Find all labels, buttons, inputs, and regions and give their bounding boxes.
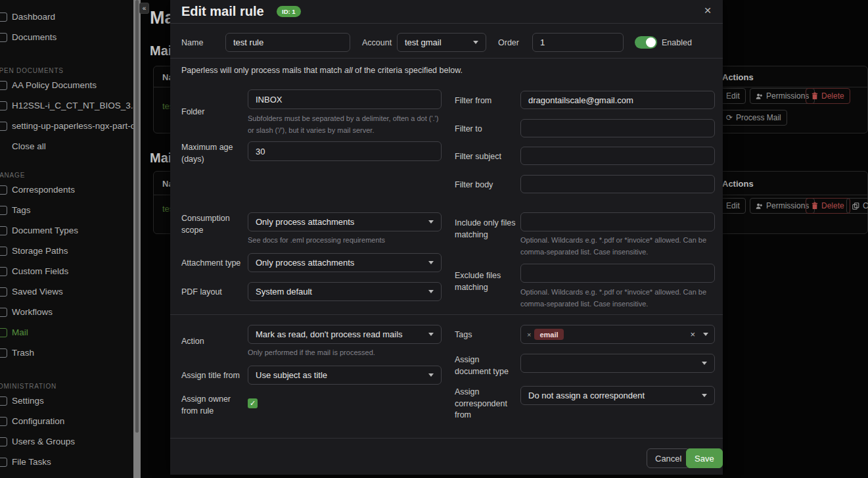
consumption-scope-help: See docs for .eml processing requirement… [248, 234, 445, 246]
chevron-down-icon [428, 220, 434, 224]
exclude-files-label: Exclude files matching [455, 270, 517, 293]
pdf-layout-select[interactable]: System default [248, 282, 442, 301]
actions-column-header: Actions [722, 72, 754, 82]
sidebar-item-close-all[interactable]: Close all [0, 136, 133, 156]
assign-doc-type-select[interactable] [520, 354, 715, 373]
name-label: Name [181, 37, 203, 49]
sidebar-item-open-doc-3[interactable]: setting-up-paperless-ngx-part-one [0, 116, 133, 136]
document-icon [0, 122, 7, 131]
tags-clear-icon[interactable]: × [690, 329, 695, 339]
sidebar-item-documents[interactable]: Documents [0, 27, 133, 47]
sidebar-item-tags[interactable]: Tags [0, 200, 133, 220]
copy-button[interactable]: Copy [846, 198, 868, 214]
account-select[interactable]: test gmail [397, 33, 486, 52]
check-icon: ✓ [250, 399, 256, 408]
saved-views-icon [0, 287, 7, 297]
sidebar-item-label: Tags [12, 205, 31, 215]
chevron-down-icon [428, 333, 434, 336]
filter-to-label: Filter to [455, 124, 515, 135]
mail-icon [0, 328, 7, 337]
sidebar-item-workflows[interactable]: Workflows [0, 302, 133, 322]
close-icon[interactable]: × [698, 1, 717, 20]
max-age-input[interactable] [248, 141, 442, 161]
document-type-icon [0, 226, 7, 235]
sidebar-item-label: Workflows [12, 307, 53, 317]
refresh-icon: ⟳ [726, 113, 733, 122]
sidebar-item-correspondents[interactable]: Correspondents [0, 179, 133, 200]
assign-title-from-value: Use subject as title [256, 370, 327, 380]
copy-icon [852, 203, 859, 210]
enabled-toggle[interactable] [635, 36, 657, 49]
document-icon [0, 101, 7, 110]
sidebar-item-open-doc-1[interactable]: AA Policy Documents [0, 75, 133, 95]
gear-icon [0, 396, 7, 406]
workflows-icon [0, 308, 7, 317]
name-input[interactable] [225, 33, 350, 52]
chevron-down-icon[interactable] [703, 333, 708, 336]
sidebar-item-label: setting-up-paperless-ngx-part-one [12, 121, 133, 131]
rule-id-badge: ID: 1 [277, 6, 301, 17]
sidebar-item-open-doc-2[interactable]: H12SSL-i_C_CT_NT_BIOS_3.3_rele... [0, 95, 133, 116]
tag-remove-icon[interactable]: × [527, 331, 531, 339]
trash-icon [811, 92, 818, 100]
person-icon [0, 185, 7, 195]
sidebar-item-document-types[interactable]: Document Types [0, 220, 133, 241]
filter-to-input[interactable] [520, 119, 715, 137]
sidebar-collapse-button[interactable]: « [139, 3, 149, 14]
max-age-label: Maximum age (days) [181, 142, 234, 165]
tag-pill-email: email [534, 329, 563, 340]
assign-title-from-label: Assign title from [181, 370, 247, 382]
folder-icon [0, 247, 7, 256]
sidebar-item-label: H12SSL-i_C_CT_NT_BIOS_3.3_rele... [12, 101, 133, 110]
trash-icon [0, 348, 7, 358]
sidebar-item-label: Settings [12, 396, 44, 406]
action-select[interactable]: Mark as read, don't process read mails [248, 325, 442, 344]
documents-icon [0, 33, 7, 42]
filter-subject-input[interactable] [520, 147, 715, 165]
assign-correspondent-label: Assign correspondent from [455, 387, 517, 421]
sidebar-header-administration: ADMINISTRATION [0, 381, 133, 391]
sidebar-item-label: AA Policy Documents [12, 80, 97, 90]
sidebar-item-file-tasks[interactable]: File Tasks [0, 452, 133, 472]
sidebar-item-storage-paths[interactable]: Storage Paths [0, 241, 133, 261]
sidebar-scrollbar-thumb[interactable] [135, 0, 139, 433]
sidebar-item-trash[interactable]: Trash [0, 343, 133, 363]
chevron-down-icon [702, 394, 707, 397]
sidebar-item-users-groups[interactable]: Users & Groups [0, 431, 133, 452]
attachment-type-select[interactable]: Only process attachments [248, 253, 442, 272]
chevron-down-icon [702, 362, 707, 365]
delete-button[interactable]: Delete [806, 88, 850, 104]
process-mail-button[interactable]: ⟳Process Mail [720, 110, 787, 126]
sidebar-item-custom-fields[interactable]: Custom Fields [0, 261, 133, 281]
include-files-input[interactable] [520, 212, 715, 231]
sidebar-item-saved-views[interactable]: Saved Views [0, 281, 133, 302]
assign-owner-checkbox[interactable]: ✓ [248, 398, 258, 408]
filter-from-label: Filter from [455, 95, 515, 107]
include-files-label: Include only files matching [455, 218, 517, 241]
action-help: Only performed if the mail is processed. [248, 347, 445, 358]
save-button[interactable]: Save [686, 448, 723, 468]
sidebar-item-label: Document Types [12, 226, 78, 235]
order-label: Order [498, 37, 519, 49]
assign-correspondent-select[interactable]: Do not assign a correspondent [520, 386, 715, 405]
sliders-icon [0, 417, 7, 426]
exclude-files-input[interactable] [520, 264, 715, 283]
tags-select[interactable]: × email × [520, 325, 715, 344]
cancel-button[interactable]: Cancel [647, 448, 690, 468]
folder-input[interactable] [248, 89, 442, 109]
dashboard-icon [0, 12, 7, 22]
sidebar-scrollbar[interactable] [133, 0, 141, 478]
filter-body-input[interactable] [520, 175, 715, 193]
consumption-scope-select[interactable]: Only process attachments [248, 212, 442, 231]
filter-from-input[interactable] [520, 91, 715, 109]
include-files-help: Optional. Wildcards e.g. *.pdf or *invoi… [520, 234, 718, 258]
sidebar-item-settings[interactable]: Settings [0, 391, 133, 411]
assign-title-from-select[interactable]: Use subject as title [248, 366, 442, 385]
sidebar-item-label: Documents [12, 32, 57, 42]
sidebar-item-configuration[interactable]: Configuration [0, 411, 133, 431]
delete-button[interactable]: Delete [806, 198, 850, 214]
sidebar-item-dashboard[interactable]: Dashboard [0, 7, 133, 27]
order-input[interactable] [532, 33, 624, 52]
sidebar-item-mail[interactable]: Mail [0, 322, 133, 343]
sidebar-item-label: Dashboard [12, 12, 55, 22]
